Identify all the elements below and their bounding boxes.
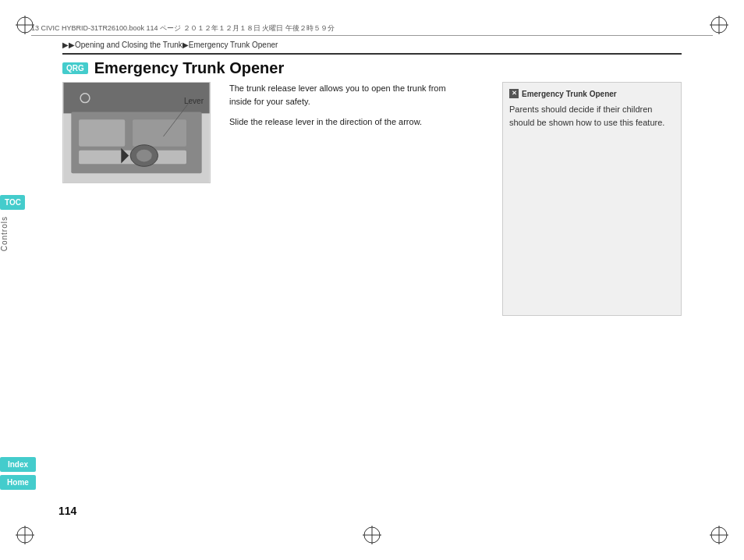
info-box-title: Emergency Trunk Opener	[522, 90, 617, 98]
content-row: Lever The trunk release lever allows you…	[62, 82, 490, 183]
lever-label: Lever	[184, 97, 204, 105]
page-title: Emergency Trunk Opener	[94, 59, 284, 77]
header-bar: 13 CIVIC HYBRID-31TR26100.book 114 ページ ２…	[31, 22, 713, 36]
svg-rect-19	[133, 119, 186, 146]
breadcrumb: ▶▶Opening and Closing the Trunk▶Emergenc…	[62, 41, 278, 49]
corner-mark-bottom-left	[14, 524, 36, 546]
svg-rect-18	[79, 119, 125, 146]
index-button[interactable]: Index	[0, 457, 36, 472]
body-paragraph-2: Slide the release lever in the direction…	[229, 115, 448, 129]
main-content: Lever The trunk release lever allows you…	[62, 82, 682, 529]
bottom-buttons: Index Home	[0, 457, 36, 490]
info-icon: ✕	[509, 89, 519, 98]
left-column: Lever The trunk release lever allows you…	[62, 82, 490, 529]
toc-button[interactable]: TOC	[0, 195, 25, 210]
svg-point-23	[136, 150, 152, 162]
info-box: ✕ Emergency Trunk Opener Parents should …	[502, 82, 682, 316]
sidebar-buttons: TOC Controls	[0, 195, 25, 251]
controls-label: Controls	[0, 216, 25, 251]
home-button[interactable]: Home	[0, 475, 36, 490]
trunk-image: Lever	[62, 82, 211, 183]
corner-mark-bottom-right	[708, 524, 730, 546]
qrg-badge[interactable]: QRG	[62, 62, 88, 74]
file-info: 13 CIVIC HYBRID-31TR26100.book 114 ページ ２…	[31, 23, 713, 34]
page-title-area: QRG Emergency Trunk Opener	[62, 53, 682, 77]
info-box-text: Parents should decide if their children …	[509, 103, 675, 129]
right-column: ✕ Emergency Trunk Opener Parents should …	[502, 82, 682, 529]
info-box-header: ✕ Emergency Trunk Opener	[509, 89, 675, 98]
body-paragraph-1: The trunk release lever allows you to op…	[229, 82, 448, 108]
text-content: The trunk release lever allows you to op…	[229, 82, 448, 136]
